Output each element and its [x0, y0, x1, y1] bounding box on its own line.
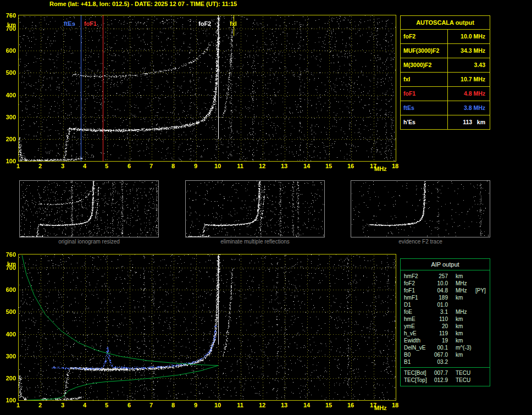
aip-row-extra [474, 308, 490, 316]
aip-row-extra [474, 337, 490, 344]
aip-row-value: 007.7 [430, 369, 448, 377]
x-tick-label: 1 [13, 402, 24, 408]
x-tick-label: 12 [257, 402, 268, 408]
x-tick-label: 10 [212, 163, 223, 169]
aip-row-label: foF1 [404, 287, 430, 294]
aip-row-unit: m^(-3) [448, 344, 474, 351]
x-tick-label: 6 [124, 163, 135, 169]
autoscala-row-value: 34.3 MHz [448, 44, 490, 58]
aip-tec-separator [401, 367, 490, 368]
x-tick-label: 9 [190, 163, 201, 169]
y-tick-label: 200 [1, 136, 16, 142]
aip-row-unit: km [448, 273, 474, 280]
x-tick-label: 16 [345, 163, 356, 169]
autoscala-row-value: 10.0 MHz [448, 30, 490, 43]
autoscala-row: M(3000)F23.43 [401, 58, 490, 72]
autoscala-row: h'Es113 km [401, 115, 490, 129]
x-tick-label: 10 [212, 402, 223, 408]
y-tick-label: 600 [1, 47, 16, 54]
x-tick-label: 11 [235, 402, 246, 408]
y-tick-label: 760 [1, 251, 16, 258]
aip-row-unit: km [448, 316, 474, 323]
aip-row-label: B0 [404, 351, 430, 358]
aip-row-value: 3.1 [430, 308, 448, 316]
aip-row-extra [474, 351, 490, 358]
x-tick-label: 9 [190, 402, 201, 408]
ionogram-plot-top [18, 15, 396, 162]
y-tick-label: 400 [1, 331, 16, 337]
autoscala-row: MUF(3000)F234.3 MHz [401, 43, 490, 58]
x-tick-label: 12 [257, 163, 268, 169]
aip-row-extra [474, 358, 490, 366]
aip-row-label: hmE [404, 316, 430, 323]
x-tick-label: 2 [35, 163, 46, 169]
x-tick-label: 2 [35, 402, 46, 408]
aip-row: Ewidth19km [404, 337, 490, 344]
x-tick-label: 7 [146, 163, 157, 169]
aip-row: ymE20km [404, 323, 490, 330]
aip-row-unit: km [448, 294, 474, 301]
aip-row-label: DelN_vE [404, 344, 430, 351]
x-tick-label: 7 [146, 402, 157, 408]
aip-row: hmE110km [404, 316, 490, 323]
aip-row-unit: MHz [448, 287, 474, 294]
aip-row-unit: km [448, 330, 474, 337]
aip-row: foF210.0MHz [404, 280, 490, 287]
thumbnail-original-ionogram [19, 180, 159, 237]
y-axis-unit-label: km [1, 261, 16, 267]
aip-row: h_vE119km [404, 330, 490, 337]
aip-row-extra [474, 377, 490, 384]
foF2-marker-label: foF2 [198, 20, 211, 27]
aip-row-label: foE [404, 308, 430, 316]
autoscala-row-value: 3.43 [448, 58, 490, 72]
aip-row-value: 04.8 [430, 287, 448, 294]
aip-row-value: 067.0 [430, 351, 448, 358]
aip-row-extra [474, 344, 490, 351]
ionogram-canvas-bottom [19, 254, 396, 400]
aip-row-unit: km [448, 323, 474, 330]
y-tick-label: 500 [1, 308, 16, 315]
aip-table-body: hmF2257kmfoF210.0MHzfoF104.8MHz[PY]hmF11… [401, 270, 490, 386]
aip-row-value: 110 [430, 316, 448, 323]
autoscala-row-label: ftEs [401, 101, 448, 115]
aip-row-unit: TECU [448, 369, 474, 377]
aip-row: B103.2 [404, 358, 490, 366]
aip-row-extra [474, 294, 490, 301]
y-tick-label: 500 [1, 69, 16, 76]
aip-table-title: AIP output [401, 259, 490, 270]
x-tick-label: 6 [124, 402, 135, 408]
aip-row-value: 03.2 [430, 358, 448, 366]
autoscala-table-title: AUTOSCALA output [401, 16, 490, 30]
aip-row: DelN_vE00.1m^(-3) [404, 344, 490, 351]
x-axis-unit-label: MHz [374, 405, 387, 411]
y-tick-label: 200 [1, 375, 16, 381]
autoscala-row: foF14.8 MHz [401, 86, 490, 101]
aip-row-unit: MHz [448, 280, 474, 287]
autoscala-row-label: MUF(3000)F2 [401, 44, 448, 58]
x-tick-label: 4 [79, 163, 90, 169]
aip-row-label: foF2 [404, 280, 430, 287]
aip-row: TEC[Bot]007.7TECU [404, 369, 490, 377]
y-axis-unit-label: km [1, 21, 16, 28]
aip-row-extra [474, 330, 490, 337]
aip-row-value: 19 [430, 337, 448, 344]
autoscala-row-label: fxI [401, 73, 448, 86]
autoscala-output-table: AUTOSCALA output foF210.0 MHzMUF(3000)F2… [400, 15, 490, 130]
x-tick-label: 8 [168, 163, 179, 169]
autoscala-table-rows: foF210.0 MHzMUF(3000)F234.3 MHzM(3000)F2… [401, 30, 490, 129]
x-tick-label: 1 [13, 163, 24, 169]
aip-output-table: AIP output hmF2257kmfoF210.0MHzfoF104.8M… [400, 258, 490, 386]
thumbnail-canvas-f2-trace [351, 181, 490, 237]
thumbnail-multiple-reflections [185, 180, 325, 237]
aip-row-unit [448, 358, 474, 366]
aip-row-value: 00.1 [430, 344, 448, 351]
aip-row-label: h_vE [404, 330, 430, 337]
autoscala-row-label: h'Es [401, 115, 448, 129]
aip-row-extra [474, 323, 490, 330]
thumbnail-canvas-original [20, 181, 158, 237]
thumbnail-caption-f2-trace: evidence F2 trace [351, 239, 490, 245]
aip-row-extra [474, 301, 490, 308]
aip-row-unit: TECU [448, 377, 474, 384]
x-tick-label: 14 [301, 402, 312, 408]
page-title: Rome (lat: +41.8, lon: 012.5) - DATE: 20… [49, 1, 237, 7]
